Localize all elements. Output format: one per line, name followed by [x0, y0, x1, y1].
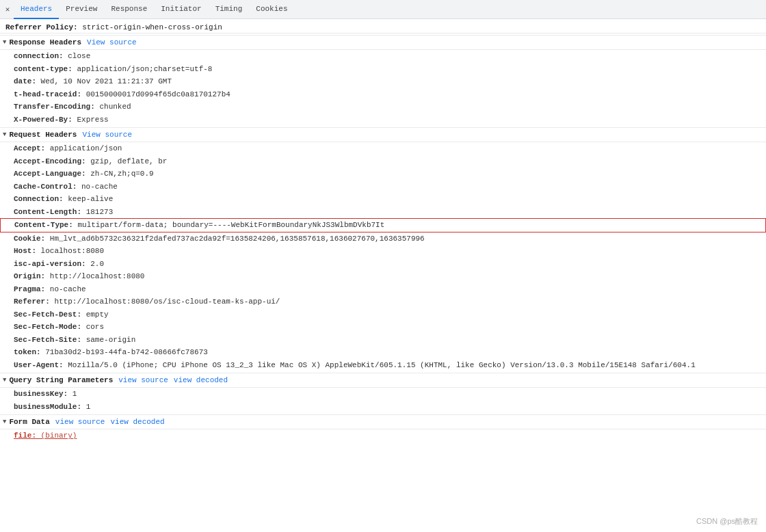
- request-header-row: Host: localhost:8080: [0, 245, 766, 258]
- referrer-policy-row: Referrer Policy: strict-origin-when-cros…: [0, 22, 766, 34]
- request-header-row: Cookie: Hm_lvt_ad6b5732c36321f2dafed737a…: [0, 232, 766, 245]
- response-headers-title: Response Headers: [9, 38, 81, 46]
- request-header-row: Connection: keep-alive: [0, 193, 766, 206]
- triangle-icon3: ▼: [3, 377, 6, 384]
- query-param-row: businessKey: 1: [0, 388, 766, 401]
- response-header-row: Transfer-Encoding: chunked: [0, 101, 766, 114]
- query-string-view-source[interactable]: view source: [118, 376, 168, 384]
- request-header-row: Sec-Fetch-Site: same-origin: [0, 334, 766, 347]
- tab-timing[interactable]: Timing: [209, 0, 250, 19]
- referrer-policy-key: Referrer Policy:: [5, 23, 78, 31]
- response-header-row: t-head-traceid: 00150000017d0994f65dc0a8…: [0, 88, 766, 101]
- content-area: Referrer Policy: strict-origin-when-cros…: [0, 19, 766, 532]
- request-header-row: Content-Type: multipart/form-data; bound…: [0, 218, 766, 232]
- request-header-row: Accept-Language: zh-CN,zh;q=0.9: [0, 168, 766, 181]
- response-headers-section: ▼ Response Headers View source: [0, 35, 766, 50]
- request-header-row: Cache-Control: no-cache: [0, 181, 766, 194]
- triangle-icon4: ▼: [3, 418, 6, 425]
- request-header-row: Origin: http://localhost:8080: [0, 270, 766, 283]
- referrer-policy-value: strict-origin-when-cross-origin: [82, 23, 222, 31]
- tab-bar: ✕ Headers Preview Response Initiator Tim…: [0, 0, 766, 19]
- tab-initiator[interactable]: Initiator: [154, 0, 208, 19]
- query-string-title: Query String Parameters: [9, 376, 113, 384]
- request-headers-view-source[interactable]: View source: [82, 131, 132, 139]
- response-header-row: X-Powered-By: Express: [0, 114, 766, 127]
- response-headers-rows: connection: closecontent-type: applicati…: [0, 50, 766, 126]
- form-data-title: Form Data: [9, 418, 49, 426]
- request-headers-section: ▼ Request Headers View source: [0, 127, 766, 142]
- response-header-row: content-type: application/json;charset=u…: [0, 63, 766, 76]
- tab-response[interactable]: Response: [104, 0, 154, 19]
- request-header-row: Pragma: no-cache: [0, 283, 766, 296]
- form-data-view-source[interactable]: view source: [55, 418, 105, 426]
- triangle-icon: ▼: [3, 39, 6, 46]
- close-icon[interactable]: ✕: [3, 5, 12, 14]
- request-header-row: Sec-Fetch-Mode: cors: [0, 321, 766, 334]
- request-header-row: Sec-Fetch-Dest: empty: [0, 308, 766, 321]
- form-rows: file: (binary): [0, 429, 766, 442]
- request-header-row: Accept: application/json: [0, 142, 766, 155]
- form-data-section: ▼ Form Data view source view decoded: [0, 414, 766, 429]
- request-header-row: Accept-Encoding: gzip, deflate, br: [0, 155, 766, 168]
- branding: CSDN @ps酷教程: [696, 516, 758, 527]
- query-rows: businessKey: 1businessModule: 1: [0, 388, 766, 413]
- request-headers-rows: Accept: application/jsonAccept-Encoding:…: [0, 142, 766, 371]
- response-header-row: connection: close: [0, 50, 766, 63]
- query-param-row: businessModule: 1: [0, 401, 766, 414]
- response-header-row: date: Wed, 10 Nov 2021 11:21:37 GMT: [0, 75, 766, 88]
- query-string-section: ▼ Query String Parameters view source vi…: [0, 373, 766, 388]
- form-data-row: file: (binary): [0, 429, 766, 442]
- request-header-row: token: 71ba30d2-b193-44fa-b742-08666fc78…: [0, 346, 766, 359]
- tab-headers[interactable]: Headers: [14, 0, 59, 19]
- response-headers-view-source[interactable]: View source: [87, 38, 137, 46]
- tab-preview[interactable]: Preview: [59, 0, 104, 19]
- request-header-row: Referer: http://localhost:8080/os/isc-cl…: [0, 295, 766, 308]
- tab-cookies[interactable]: Cookies: [249, 0, 294, 19]
- form-data-view-decoded[interactable]: view decoded: [110, 418, 164, 426]
- request-header-row: Content-Length: 181273: [0, 206, 766, 219]
- query-string-view-decoded[interactable]: view decoded: [174, 376, 228, 384]
- request-header-row: User-Agent: Mozilla/5.0 (iPhone; CPU iPh…: [0, 359, 766, 372]
- request-header-row: isc-api-version: 2.0: [0, 258, 766, 271]
- request-headers-title: Request Headers: [9, 131, 77, 139]
- triangle-icon2: ▼: [3, 131, 6, 138]
